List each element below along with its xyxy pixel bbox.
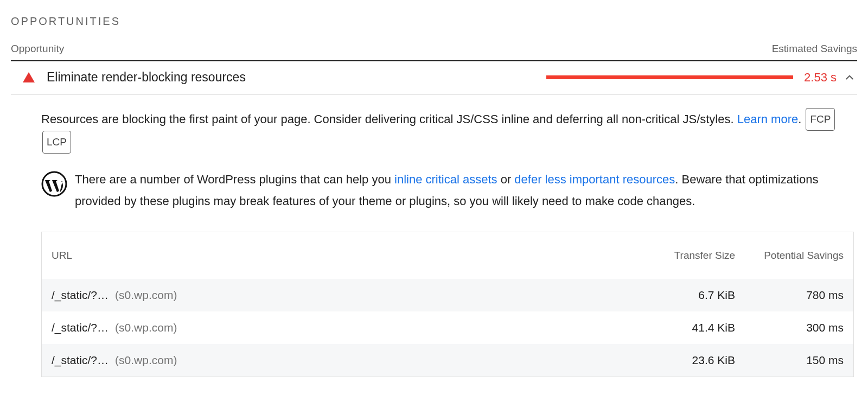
header-estimated-savings-label: Estimated Savings (772, 43, 857, 55)
audit-title: Eliminate render-blocking resources (47, 70, 246, 85)
section-title-opportunities: OPPORTUNITIES (11, 11, 857, 43)
table-row: /_static/?…(s0.wp.com)23.6 KiB150 ms (42, 344, 853, 377)
cell-url: /_static/?…(s0.wp.com) (52, 289, 627, 302)
wp-text-mid: or (497, 173, 515, 186)
wordpress-icon (41, 171, 67, 197)
url-path: /_static/?… (52, 321, 108, 334)
wp-text-pre: There are a number of WordPress plugins … (75, 173, 394, 186)
audit-description-post: . (798, 112, 805, 126)
audit-eliminate-render-blocking[interactable]: Eliminate render-blocking resources 2.53… (11, 61, 857, 95)
table-row: /_static/?…(s0.wp.com)41.4 KiB300 ms (42, 311, 853, 344)
cell-url: /_static/?…(s0.wp.com) (52, 321, 627, 334)
cell-transfer-size: 6.7 KiB (627, 289, 735, 302)
link-defer-less-important[interactable]: defer less important resources (514, 173, 675, 186)
badge-fcp: FCP (806, 108, 835, 131)
audit-savings-value: 2.53 s (804, 71, 837, 85)
col-header-transfer-size: Transfer Size (627, 250, 735, 262)
link-inline-critical-assets[interactable]: inline critical assets (394, 173, 497, 186)
resources-table: URL Transfer Size Potential Savings /_st… (41, 232, 854, 377)
audit-description-text: Resources are blocking the first paint o… (41, 112, 737, 126)
col-header-url: URL (52, 250, 627, 262)
table-header: URL Transfer Size Potential Savings (42, 232, 853, 279)
audit-body: Resources are blocking the first paint o… (11, 95, 857, 377)
table-row: /_static/?…(s0.wp.com)6.7 KiB780 ms (42, 279, 853, 311)
url-host: (s0.wp.com) (115, 289, 177, 302)
audit-description: Resources are blocking the first paint o… (41, 108, 854, 154)
wordpress-hint: There are a number of WordPress plugins … (41, 169, 854, 212)
cell-potential-savings: 300 ms (735, 321, 844, 334)
col-header-potential-savings: Potential Savings (735, 249, 844, 263)
cell-transfer-size: 41.4 KiB (627, 321, 735, 334)
chevron-up-icon[interactable] (844, 72, 855, 83)
learn-more-link[interactable]: Learn more (737, 112, 799, 126)
header-opportunity-label: Opportunity (11, 43, 64, 55)
cell-url: /_static/?…(s0.wp.com) (52, 354, 627, 367)
url-host: (s0.wp.com) (115, 354, 177, 367)
fail-triangle-icon (23, 72, 35, 82)
cell-potential-savings: 780 ms (735, 289, 844, 302)
cell-potential-savings: 150 ms (735, 354, 844, 367)
url-path: /_static/?… (52, 289, 108, 302)
url-path: /_static/?… (52, 354, 108, 367)
url-host: (s0.wp.com) (115, 321, 177, 334)
cell-transfer-size: 23.6 KiB (627, 354, 735, 367)
audit-savings-bar (546, 75, 793, 79)
badge-lcp: LCP (42, 131, 71, 154)
opportunities-header: Opportunity Estimated Savings (11, 43, 857, 61)
wordpress-hint-text: There are a number of WordPress plugins … (75, 169, 854, 212)
